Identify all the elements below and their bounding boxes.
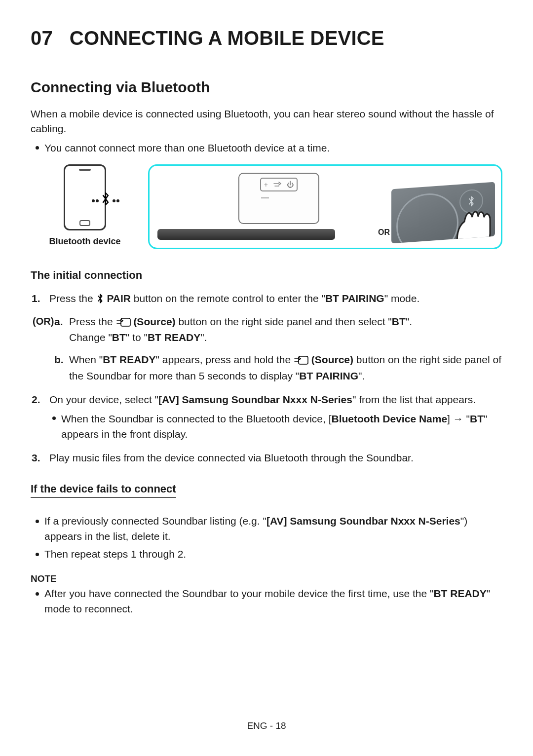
fail-bullet-2: Then repeat steps 1 through 2. [44, 547, 502, 562]
chapter-heading: 07 CONNECTING A MOBILE DEVICE [31, 27, 502, 49]
fails-heading: If the device fails to connect [31, 483, 176, 498]
svg-rect-1 [299, 356, 308, 364]
intro-bullet-item: You cannot connect more than one Bluetoo… [44, 141, 502, 155]
section-heading: Connecting via Bluetooth [31, 79, 502, 96]
or-alternative: (OR) a. Press the (Source) button on the… [49, 314, 502, 384]
bluetooth-icon [101, 192, 111, 209]
note-bullets: After you have connected the Soundbar to… [31, 586, 502, 616]
bluetooth-waves-icon [92, 192, 119, 209]
step2-sub-item: When the Soundbar is connected to the Bl… [61, 411, 502, 442]
step-number: 3. [32, 450, 40, 466]
source-icon [294, 356, 308, 365]
step-1a: a. Press the (Source) button on the righ… [69, 314, 502, 346]
step-number: 2. [32, 392, 40, 408]
step-1b: b. When "BT READY" appears, press and ho… [69, 352, 502, 384]
soundbar-body-icon: + ⏻ — [238, 173, 319, 224]
touchpad-icon [391, 182, 495, 244]
source-icon [116, 318, 131, 327]
diagram-right-panel: + ⏻ — OR [148, 164, 502, 249]
note-heading: NOTE [31, 573, 502, 584]
or-label: OR [378, 228, 390, 237]
bluetooth-device-label: Bluetooth device [31, 236, 139, 247]
step-3: 3. Play music files from the device conn… [45, 450, 502, 466]
fail-bullet-1: If a previously connected Soundbar listi… [44, 514, 502, 544]
hand-press-icon [445, 194, 495, 244]
soundbar-icon [157, 229, 335, 240]
bluetooth-icon [96, 294, 104, 303]
svg-rect-0 [121, 318, 130, 326]
note-bullet: After you have connected the Soundbar to… [44, 586, 502, 616]
diagram-left: Bluetooth device [31, 164, 139, 249]
manual-page: 07 CONNECTING A MOBILE DEVICE Connecting… [0, 0, 533, 756]
initial-connection-heading: The initial connection [31, 269, 502, 282]
fail-bullets: If a previously connected Soundbar listi… [31, 514, 502, 562]
intro-bullets: You cannot connect more than one Bluetoo… [31, 141, 502, 155]
intro-paragraph: When a mobile device is connected using … [31, 107, 502, 137]
source-button-icon: + ⏻ [260, 178, 298, 191]
steps-list: 1. Press the PAIR button on the remote c… [31, 291, 502, 466]
diagram-row: Bluetooth device + ⏻ — OR [31, 164, 502, 249]
chapter-title: CONNECTING A MOBILE DEVICE [70, 27, 384, 49]
chapter-number: 07 [31, 27, 53, 49]
or-side-label: (OR) [33, 314, 54, 329]
step-number: 1. [32, 291, 40, 307]
step2-sub: When the Soundbar is connected to the Bl… [49, 411, 502, 442]
page-footer: ENG - 18 [0, 720, 533, 731]
step-2: 2. On your device, select "[AV] Samsung … [45, 392, 502, 442]
step1-text: Press the PAIR button on the remote cont… [49, 293, 419, 304]
step-1: 1. Press the PAIR button on the remote c… [45, 291, 502, 384]
sub-steps: a. Press the (Source) button on the righ… [49, 314, 502, 384]
